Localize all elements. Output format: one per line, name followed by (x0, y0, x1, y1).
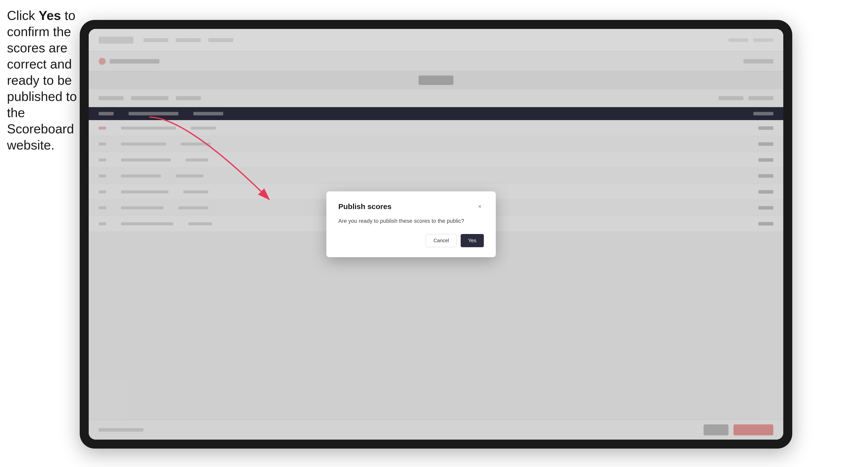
modal-header: Publish scores × (338, 203, 484, 211)
modal-footer: Cancel Yes (338, 234, 484, 247)
modal-dialog: Publish scores × Are you ready to publis… (327, 191, 496, 257)
tablet-screen: Publish scores × Are you ready to publis… (89, 29, 783, 440)
cancel-button[interactable]: Cancel (426, 234, 457, 247)
modal-overlay: Publish scores × Are you ready to publis… (89, 29, 783, 440)
instruction-bold: Yes (39, 8, 61, 23)
instruction-text: Click Yes to confirm the scores are corr… (7, 7, 79, 153)
modal-body-text: Are you ready to publish these scores to… (338, 217, 484, 225)
yes-button[interactable]: Yes (461, 234, 484, 247)
modal-close-button[interactable]: × (476, 203, 484, 211)
tablet-device: Publish scores × Are you ready to publis… (80, 20, 792, 448)
modal-title: Publish scores (338, 203, 392, 211)
